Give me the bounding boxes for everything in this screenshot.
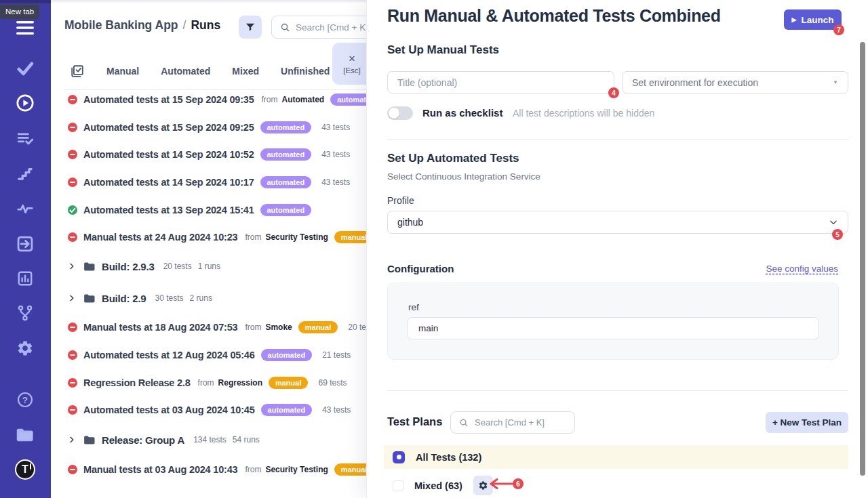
run-type-badge: automated	[260, 148, 312, 161]
run-source: Security Testing	[265, 232, 328, 242]
test-plan-row[interactable]: All Tests (132)	[384, 445, 848, 469]
run-title: Automated tests at 13 Sep 2024 15:41	[83, 205, 254, 215]
runs-panel: Mobile Banking App/Runs Manual Automated…	[51, 0, 366, 498]
run-row[interactable]: Automated tests at 14 Sep 2024 10:17auto…	[51, 169, 366, 196]
divider	[387, 390, 848, 391]
tests-count: 43 tests	[322, 405, 351, 415]
pulse-icon[interactable]	[15, 199, 35, 219]
plan-label: All Tests (132)	[416, 452, 481, 463]
close-icon: ×	[349, 53, 355, 64]
chevron-right-icon[interactable]	[68, 436, 76, 444]
git-branch-icon[interactable]	[15, 303, 35, 323]
run-row[interactable]: Automated tests at 12 Aug 2024 05:46auto…	[51, 341, 366, 369]
run-title: Automated tests at 14 Sep 2024 10:17	[83, 177, 254, 188]
play-circle-icon[interactable]	[15, 93, 35, 113]
failed-status-icon	[68, 405, 77, 415]
scrollbar[interactable]	[860, 42, 865, 476]
run-type-badge: automated	[260, 121, 312, 133]
new-tab-tooltip: New tab	[0, 5, 39, 19]
ref-input[interactable]	[407, 317, 819, 339]
run-source: Smoke	[265, 323, 292, 332]
run-as-checklist-toggle[interactable]	[387, 106, 413, 120]
runs-search	[271, 16, 366, 39]
run-row[interactable]: Automated tests at 03 Aug 2024 10:45auto…	[51, 396, 366, 423]
test-plans-search-input[interactable]	[475, 417, 563, 428]
tab-unfinished[interactable]: Unfinished	[281, 66, 330, 77]
menu-icon[interactable]	[15, 18, 35, 38]
tests-count: 43 tests	[321, 150, 350, 159]
tab-manual[interactable]: Manual	[106, 66, 139, 77]
title-input[interactable]	[387, 71, 614, 94]
tests-count: 134 tests	[193, 435, 226, 444]
gear-icon[interactable]	[15, 338, 35, 358]
tests-count: 30 tests	[155, 293, 184, 303]
run-group-row[interactable]: Build: 2.930 tests2 runs	[51, 285, 366, 312]
run-row[interactable]: Automated tests at 15 Sep 2024 09:25auto…	[51, 114, 366, 141]
run-title: Regression Release 2.8	[83, 377, 191, 388]
run-row[interactable]: Automated tests at 14 Sep 2024 10:52auto…	[51, 141, 366, 168]
runs-count: 2 runs	[190, 293, 212, 303]
run-title: Manual tests at 18 Aug 2024 07:53	[83, 322, 237, 333]
run-row[interactable]: Manual tests at 18 Aug 2024 07:53fromSmo…	[51, 314, 366, 341]
steps-icon[interactable]	[15, 163, 35, 184]
annotation-arrow-icon	[488, 478, 513, 490]
folder-icon[interactable]	[15, 425, 35, 445]
group-name: Release: Group A	[102, 434, 184, 446]
passed-status-icon	[68, 205, 77, 215]
run-row[interactable]: Manual tests at 03 Aug 2024 10:43fromSec…	[51, 456, 366, 483]
see-config-values-link[interactable]: See config values	[766, 264, 838, 274]
run-title: Automated tests at 15 Sep 2024 09:35	[83, 94, 254, 105]
select-runs-icon[interactable]	[70, 64, 85, 79]
chevron-right-icon[interactable]	[68, 262, 76, 270]
gear-icon	[478, 480, 488, 491]
breadcrumb: Mobile Banking App/Runs	[64, 18, 220, 33]
run-source: Security Testing	[265, 465, 328, 474]
tab-mixed[interactable]: Mixed	[232, 66, 259, 77]
checklist-hint: All test descriptions will be hidden	[513, 108, 654, 119]
tests-count: 20 tests	[163, 262, 192, 271]
check-icon[interactable]	[15, 58, 35, 79]
run-group-row[interactable]: Release: Group A134 tests54 runs	[51, 426, 366, 453]
sign-in-icon[interactable]	[15, 234, 35, 254]
plan-checkbox[interactable]	[393, 480, 403, 491]
help-icon[interactable]: ?	[15, 390, 35, 410]
run-source: Regression	[218, 378, 262, 388]
launch-button[interactable]: ▶ Launch	[784, 9, 842, 30]
test-plan-row[interactable]: Mixed (63)	[384, 474, 848, 497]
profile-select[interactable]: github	[387, 211, 848, 234]
list-check-icon[interactable]	[15, 129, 35, 149]
run-row[interactable]: Automated tests at 13 Sep 2024 15:41auto…	[51, 196, 366, 224]
filter-button[interactable]	[239, 16, 262, 39]
folder-icon	[83, 262, 96, 272]
run-type-badge: automated	[261, 349, 313, 361]
plan-checkbox[interactable]	[393, 451, 405, 463]
app-logo[interactable]: T	[15, 459, 35, 480]
run-title: Manual tests at 24 Aug 2024 10:23	[83, 232, 237, 243]
run-title: Automated tests at 03 Aug 2024 10:45	[83, 404, 255, 415]
funnel-icon	[245, 22, 256, 33]
breadcrumb-project[interactable]: Mobile Banking App	[64, 18, 178, 32]
annotation-badge-4: 4	[608, 87, 619, 98]
ref-label: ref	[408, 302, 419, 312]
tab-automated[interactable]: Automated	[161, 66, 210, 77]
environment-select[interactable]: Set environment for execution ▼	[622, 71, 848, 94]
runs-tabs: Manual Automated Mixed Unfinished	[70, 61, 330, 81]
runs-search-input[interactable]	[296, 22, 366, 33]
run-group-row[interactable]: Build: 2.9.320 tests1 runs	[51, 253, 366, 280]
bar-chart-icon[interactable]	[15, 268, 35, 289]
failed-status-icon	[68, 123, 77, 132]
divider	[387, 139, 848, 140]
close-panel-button[interactable]: × [Esc]	[332, 43, 366, 85]
run-row[interactable]: Regression Release 2.8fromRegressionmanu…	[51, 369, 366, 396]
tests-count: 43 tests	[321, 178, 350, 187]
folder-icon	[83, 293, 96, 304]
tests-count: 69 tests	[318, 378, 347, 388]
run-row[interactable]: Automated tests at 15 Sep 2024 09:35from…	[51, 86, 366, 113]
chevron-right-icon[interactable]	[68, 294, 76, 302]
new-test-plan-button[interactable]: + New Test Plan	[766, 412, 848, 433]
test-plans-heading: Test Plans	[387, 415, 442, 428]
run-row[interactable]: Manual tests at 24 Aug 2024 10:23fromSec…	[51, 224, 366, 251]
ci-subtitle: Select Continuous Integration Service	[387, 171, 540, 182]
sidebar: ? T	[0, 0, 51, 498]
failed-status-icon	[68, 323, 77, 332]
